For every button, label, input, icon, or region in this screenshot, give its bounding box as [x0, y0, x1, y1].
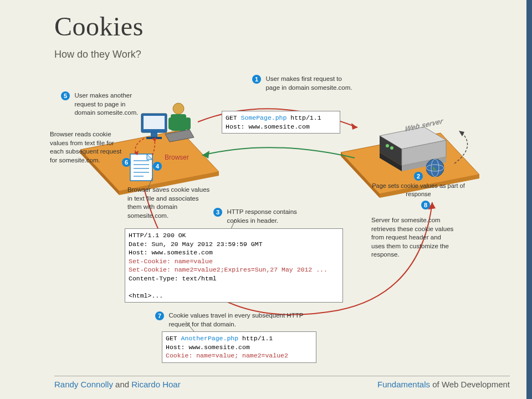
- badge-6-icon: 6: [122, 158, 131, 167]
- book-title-2: of Web Development: [430, 380, 510, 389]
- resp-l6: Content-Type: text/html: [129, 275, 217, 282]
- req1-file: SomePage.php: [241, 114, 287, 121]
- svg-rect-7: [144, 116, 165, 129]
- step-5: 5 User makes another request to page in …: [61, 91, 144, 117]
- step-6-label: Browser reads cookie values from text fi…: [50, 130, 125, 165]
- step-1: 1 User makes first request to page in do…: [252, 75, 357, 92]
- resp-l2: Date: Sun, 20 May 2012 23:59:59 GMT: [129, 241, 263, 248]
- req1-host: Host: www.somesite.com: [226, 123, 310, 130]
- badge-7-icon: 7: [155, 311, 164, 320]
- step-2-text: Page sets cookie values as part of respo…: [371, 182, 466, 198]
- req2-host: Host: www.somesite.com: [166, 344, 250, 351]
- resp-l8: <html>...: [129, 292, 163, 299]
- accent-bar: [526, 0, 532, 399]
- badge-4: 4: [153, 162, 162, 172]
- badge-6: 6: [122, 158, 131, 168]
- req2-cookie: Cookie: name=value; name2=value2: [166, 352, 288, 359]
- step-2: 2 Page sets cookie values as part of res…: [371, 172, 466, 198]
- step-3: 3 HTTP response contains cookies in head…: [213, 208, 319, 225]
- slide: Cookies How do they Work?: [0, 0, 532, 399]
- resp-l3: Host: www.somesite.com: [129, 249, 213, 256]
- footer-and: and: [113, 380, 131, 389]
- step-7-text: Cookie values travel in every subsequent…: [168, 311, 318, 329]
- cookie-diagram: Web server Browser 1 User makes first re…: [33, 66, 499, 369]
- req1-get: GET: [226, 114, 241, 121]
- step-4-label: Browser saves cookie values in text file…: [127, 186, 213, 220]
- step-8-text: Server for somesite.com retrieves these …: [371, 216, 454, 259]
- req1-proto: http/1.1: [287, 114, 321, 121]
- badge-5-icon: 5: [61, 91, 70, 100]
- resp-l1: HTTP/1.1 200 OK: [129, 232, 186, 239]
- step-8-label: Server for somesite.com retrieves these …: [371, 216, 454, 259]
- code-request-1: GET SomePage.php http/1.1 Host: www.some…: [222, 111, 340, 134]
- resp-l4: Set-Cookie: name=value: [129, 258, 213, 265]
- step-6-text: Browser reads cookie values from text fi…: [50, 130, 125, 165]
- badge-4-icon: 4: [153, 162, 162, 171]
- badge-3-icon: 3: [213, 208, 222, 217]
- badge-8-icon: 8: [421, 201, 430, 209]
- code-request-2: GET AnotherPage.php http/1.1 Host: www.s…: [162, 331, 316, 363]
- svg-point-29: [386, 144, 389, 147]
- svg-rect-13: [185, 117, 191, 130]
- svg-rect-8: [151, 132, 157, 137]
- badge-8: 8: [421, 201, 430, 211]
- svg-marker-34: [351, 123, 357, 130]
- req2-get: GET: [166, 335, 181, 342]
- svg-point-30: [390, 146, 393, 150]
- page-title: Cookies: [54, 11, 144, 42]
- svg-rect-12: [168, 117, 174, 130]
- step-3-text: HTTP response contains cookies in header…: [227, 208, 315, 225]
- resp-l5: Set-Cookie: name2=value2;Expires=Sun,27 …: [129, 266, 328, 273]
- badge-2-icon: 2: [414, 172, 423, 181]
- step-4-text: Browser saves cookie values in text file…: [127, 186, 213, 220]
- step-7: 7 Cookie values travel in every subseque…: [155, 311, 321, 329]
- code-response: HTTP/1.1 200 OK Date: Sun, 20 May 2012 2…: [125, 228, 343, 303]
- step-1-text: User makes first request to page in doma…: [265, 75, 357, 92]
- req2-proto: http/1.1: [238, 335, 273, 342]
- badge-1-icon: 1: [252, 75, 261, 84]
- req2-file: AnotherPage.php: [181, 335, 239, 342]
- author-1: Randy Connolly: [54, 380, 113, 389]
- step-5-text: User makes another request to page in do…: [74, 91, 144, 117]
- author-2: Ricardo Hoar: [131, 380, 180, 389]
- footer: Randy Connolly and Ricardo Hoar Fundamen…: [54, 376, 510, 389]
- svg-point-10: [173, 103, 184, 114]
- book-title-1: Fundamentals: [377, 380, 430, 389]
- browser-label: Browser: [165, 154, 189, 161]
- svg-marker-37: [459, 131, 464, 136]
- page-subtitle: How do they Work?: [54, 49, 141, 60]
